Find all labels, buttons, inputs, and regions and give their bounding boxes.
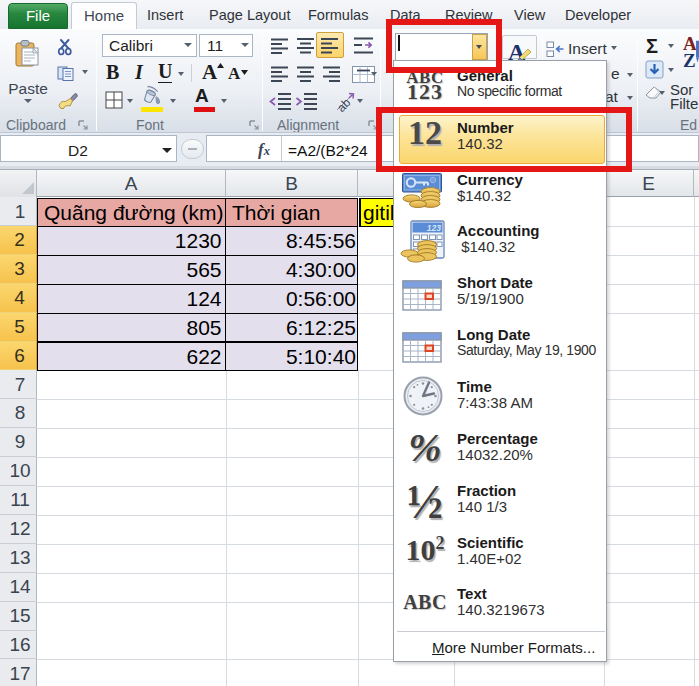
svg-text:123: 123 [427, 223, 441, 233]
svg-text:ab: ab [334, 95, 354, 115]
